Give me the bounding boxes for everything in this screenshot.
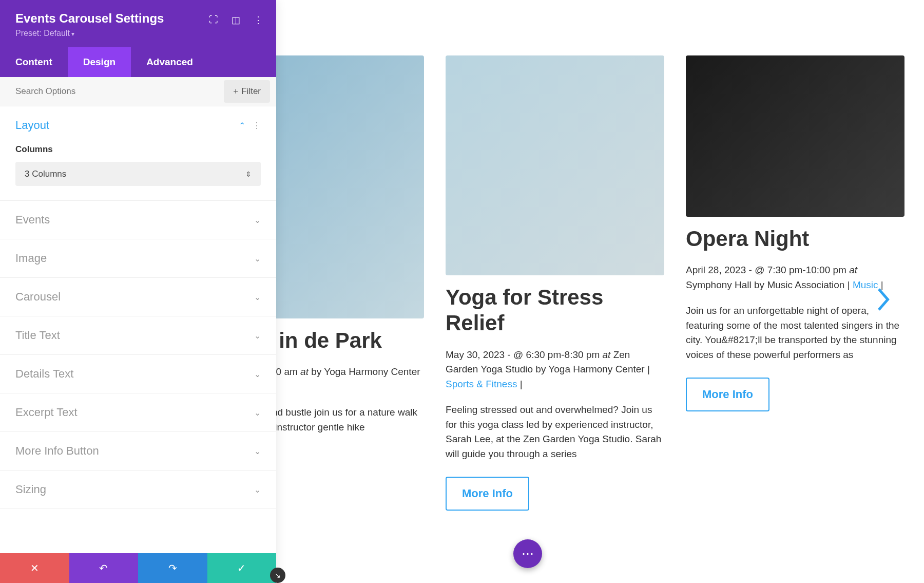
section-header[interactable]: Carousel ⌄ xyxy=(0,278,276,316)
floating-action-button[interactable]: ⋯ xyxy=(513,539,542,568)
panel-header: Events Carousel Settings Preset: Default… xyxy=(0,0,276,47)
resize-handle[interactable]: ↘ xyxy=(270,568,285,583)
section-header[interactable]: Events ⌄ xyxy=(0,201,276,239)
event-title[interactable]: Yoga for Stress Relief xyxy=(446,285,664,336)
plus-icon: + xyxy=(233,86,238,97)
panel-body[interactable]: Layout ⌃⋮ Columns 3 Columns Events ⌄ Ima… xyxy=(0,106,276,568)
chevron-up-icon: ⌃ xyxy=(239,121,245,130)
section-header[interactable]: More Info Button ⌄ xyxy=(0,432,276,470)
section-sizing: Sizing ⌄ xyxy=(0,471,276,509)
section-header[interactable]: Excerpt Text ⌄ xyxy=(0,393,276,431)
events-carousel: e Walk in de Park - @ 7:00 am-9:00 am at… xyxy=(205,55,904,511)
panel-footer: ✕ ↶ ↷ ✓ xyxy=(0,553,276,583)
undo-button[interactable]: ↶ xyxy=(69,553,139,583)
event-excerpt: Feeling stressed out and overwhelmed? Jo… xyxy=(446,403,664,461)
filter-button[interactable]: +Filter xyxy=(224,80,270,103)
section-events: Events ⌄ xyxy=(0,201,276,239)
section-header[interactable]: Image ⌄ xyxy=(0,239,276,277)
section-header[interactable]: Sizing ⌄ xyxy=(0,471,276,509)
section-excerpt-text: Excerpt Text ⌄ xyxy=(0,393,276,432)
more-icon[interactable]: ⋮ xyxy=(254,14,263,26)
columns-select[interactable]: 3 Columns xyxy=(15,162,261,186)
snap-icon[interactable]: ◫ xyxy=(232,14,240,26)
section-header[interactable]: Layout ⌃⋮ xyxy=(0,106,276,144)
section-layout: Layout ⌃⋮ Columns 3 Columns xyxy=(0,106,276,201)
section-header[interactable]: Details Text ⌄ xyxy=(0,355,276,393)
tab-design[interactable]: Design xyxy=(68,47,131,77)
section-more-info-button: More Info Button ⌄ xyxy=(0,432,276,471)
chevron-down-icon: ⌄ xyxy=(254,408,261,418)
search-bar: +Filter xyxy=(0,77,276,106)
section-carousel: Carousel ⌄ xyxy=(0,278,276,316)
field-label: Columns xyxy=(15,144,261,155)
expand-icon[interactable]: ⛶ xyxy=(209,14,218,26)
carousel-next-button[interactable] xyxy=(875,287,893,314)
tab-advanced[interactable]: Advanced xyxy=(131,47,208,77)
chevron-down-icon: ⌄ xyxy=(254,446,261,456)
event-card: Yoga for Stress Relief May 30, 2023 - @ … xyxy=(446,55,664,511)
section-header[interactable]: Title Text ⌄ xyxy=(0,316,276,354)
more-info-button[interactable]: More Info xyxy=(446,477,529,511)
event-image[interactable] xyxy=(686,55,904,217)
search-input[interactable] xyxy=(0,77,224,106)
preset-dropdown[interactable]: Preset: Default xyxy=(15,29,261,38)
section-title-text: Title Text ⌄ xyxy=(0,316,276,355)
tab-content[interactable]: Content xyxy=(0,47,68,77)
more-info-button[interactable]: More Info xyxy=(686,378,769,411)
section-content: Columns 3 Columns xyxy=(0,144,276,200)
chevron-down-icon: ⌄ xyxy=(254,215,261,225)
chevron-down-icon: ⌄ xyxy=(254,331,261,341)
event-title[interactable]: Opera Night xyxy=(686,226,904,252)
event-image[interactable] xyxy=(446,55,664,275)
chevron-down-icon: ⌄ xyxy=(254,369,261,379)
chevron-down-icon: ⌄ xyxy=(254,485,261,495)
tabs: Content Design Advanced xyxy=(0,47,276,77)
section-details-text: Details Text ⌄ xyxy=(0,355,276,393)
cancel-button[interactable]: ✕ xyxy=(0,553,69,583)
section-image: Image ⌄ xyxy=(0,239,276,278)
event-excerpt: Join us for an unforgettable night of op… xyxy=(686,304,904,362)
event-card: Opera Night April 28, 2023 - @ 7:30 pm-1… xyxy=(686,55,904,511)
event-meta: April 28, 2023 - @ 7:30 pm-10:00 pm at S… xyxy=(686,263,904,292)
chevron-down-icon: ⌄ xyxy=(254,292,261,302)
section-menu-icon[interactable]: ⋮ xyxy=(253,121,261,130)
event-meta: May 30, 2023 - @ 6:30 pm-8:30 pm at Zen … xyxy=(446,348,664,392)
category-link[interactable]: Sports & Fitness xyxy=(446,379,517,389)
chevron-down-icon: ⌄ xyxy=(254,254,261,264)
save-button[interactable]: ✓ xyxy=(207,553,277,583)
settings-panel: Events Carousel Settings Preset: Default… xyxy=(0,0,276,583)
redo-button[interactable]: ↷ xyxy=(138,553,207,583)
